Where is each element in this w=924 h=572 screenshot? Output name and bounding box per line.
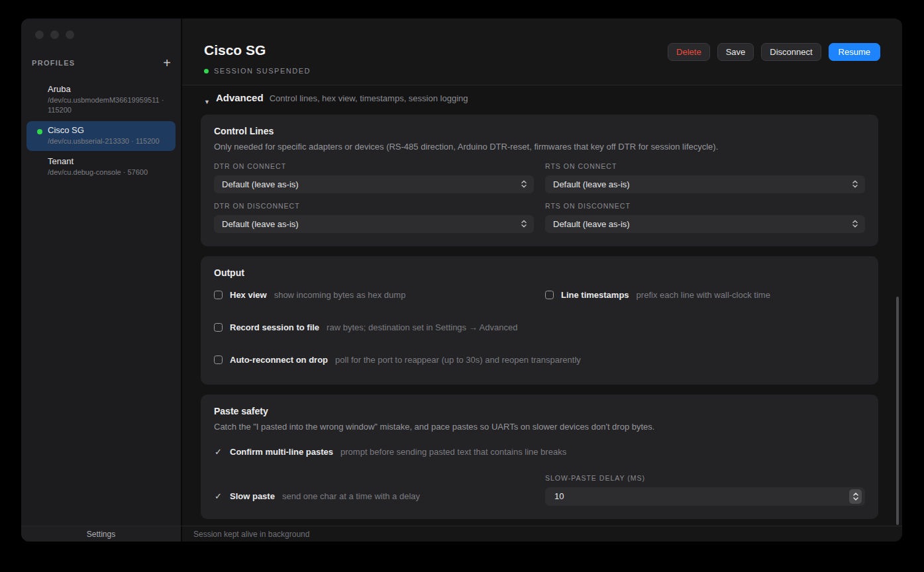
rts-on-connect-select[interactable]: Default (leave as-is) [545,175,865,193]
checkmark-icon[interactable]: ✓ [214,491,223,501]
rts-on-disconnect-select[interactable]: Default (leave as-is) [545,215,865,233]
delete-button[interactable]: Delete [668,43,710,61]
profile-item-cisco-sg[interactable]: Cisco SG /dev/cu.usbserial-213330 · 1152… [26,121,176,151]
rts-on-connect-label: RTS ON CONNECT [545,162,865,170]
select-value: Default (leave as-is) [553,179,852,189]
profile-item-aruba[interactable]: Aruba /dev/cu.usbmodemM36619959511 · 115… [26,80,176,120]
line-timestamps-toggle[interactable]: Line timestamps prefix each line with wa… [545,290,865,300]
minimize-window-icon[interactable] [50,30,59,39]
app-window: PROFILES + Aruba /dev/cu.usbmodemM366199… [21,19,902,542]
caret-down-icon: ▼ [204,99,210,105]
checkbox-unchecked-icon[interactable] [545,291,554,299]
control-lines-card: Control Lines Only needed for specific a… [201,115,878,246]
slow-paste-toggle[interactable]: ✓ Slow paste send one char at a time wit… [214,491,534,501]
toggle-hint: prefix each line with wall-clock time [637,290,770,300]
session-header: Cisco SG SESSION SUSPENDED Delete Save D… [182,19,902,85]
toggle-hint: send one char at a time with a delay [282,491,420,501]
checkmark-icon[interactable]: ✓ [214,447,223,457]
profile-path: /dev/cu.usbmodemM36619959511 · 115200 [48,95,169,115]
output-card: Output Hex view show incoming bytes as h… [201,256,878,385]
traffic-lights [21,19,181,39]
card-description: Only needed for specific adapters or dev… [214,141,865,154]
toggle-hint: show incoming bytes as hex dump [274,290,406,300]
status-bar: Settings Session kept alive in backgroun… [21,526,902,542]
dtr-on-connect-label: DTR ON CONNECT [214,162,534,170]
profile-item-tenant[interactable]: Tenant /dev/cu.debug-console · 57600 [26,152,176,182]
toggle-hint: prompt before sending pasted text that c… [340,447,566,457]
chevron-up-down-icon [521,219,527,228]
confirm-multiline-toggle[interactable]: ✓ Confirm multi-line pastes prompt befor… [214,447,865,457]
status-dot-icon [204,69,209,73]
slow-paste-delay-label: SLOW-PASTE DELAY (MS) [545,474,865,482]
card-title: Control Lines [214,126,865,136]
toggle-label: Slow paste [230,491,275,501]
chevron-up-down-icon [521,179,527,189]
toggle-hint: raw bytes; destination set in Settings →… [327,322,517,332]
settings-scroll-area: ▼ Advanced Control lines, hex view, time… [182,85,902,526]
settings-button[interactable]: Settings [87,530,115,539]
card-description: Catch the "I pasted into the wrong windo… [214,421,865,434]
sidebar: PROFILES + Aruba /dev/cu.usbmodemM366199… [21,19,182,526]
dtr-on-disconnect-label: DTR ON DISCONNECT [214,202,534,210]
save-button[interactable]: Save [717,43,754,61]
toggle-hint: poll for the port to reappear (up to 30s… [335,355,581,365]
profile-name: Cisco SG [48,125,169,135]
rts-on-disconnect-label: RTS ON DISCONNECT [545,202,865,210]
select-value: Default (leave as-is) [222,219,521,229]
advanced-section-label: Advanced [216,92,264,103]
delay-value: 10 [554,491,849,501]
record-session-toggle[interactable]: Record session to file raw bytes; destin… [214,322,865,332]
chevron-up-down-icon [852,219,858,228]
slow-paste-delay-stepper[interactable]: 10 [545,487,865,506]
toggle-label: Record session to file [230,322,319,332]
dtr-on-disconnect-select[interactable]: Default (leave as-is) [214,215,534,233]
toggle-label: Line timestamps [561,290,629,300]
select-value: Default (leave as-is) [222,179,521,189]
profile-list: Aruba /dev/cu.usbmodemM36619959511 · 115… [21,79,181,183]
advanced-section-toggle[interactable]: ▼ Advanced Control lines, hex view, time… [204,92,878,112]
card-title: Output [214,267,865,278]
toggle-label: Auto-reconnect on drop [230,355,328,365]
dtr-on-connect-select[interactable]: Default (leave as-is) [214,175,534,193]
main-panel: Cisco SG SESSION SUSPENDED Delete Save D… [182,19,902,526]
profile-path: /dev/cu.usbserial-213330 · 115200 [48,136,169,146]
resume-button[interactable]: Resume [829,43,880,61]
paste-safety-card: Paste safety Catch the "I pasted into th… [201,395,878,519]
add-profile-button[interactable]: + [163,57,171,69]
chevron-up-down-icon [852,179,858,189]
profile-name: Tenant [48,156,169,166]
stepper-up-down-icon[interactable] [849,489,862,504]
status-label: SESSION SUSPENDED [214,67,311,75]
profiles-heading: PROFILES [32,59,75,67]
toggle-label: Confirm multi-line pastes [230,447,333,457]
checkbox-unchecked-icon[interactable] [214,291,223,299]
session-status: SESSION SUSPENDED [204,67,311,75]
profile-name: Aruba [48,84,169,94]
toggle-label: Hex view [230,290,267,300]
background-session-status: Session kept alive in background [193,530,309,539]
scrollbar[interactable] [896,297,899,525]
select-value: Default (leave as-is) [553,219,852,229]
card-title: Paste safety [214,406,865,416]
checkbox-unchecked-icon[interactable] [214,356,223,364]
connected-dot-icon [37,129,42,134]
zoom-window-icon[interactable] [66,30,74,39]
disconnect-button[interactable]: Disconnect [761,43,821,61]
auto-reconnect-toggle[interactable]: Auto-reconnect on drop poll for the port… [214,355,865,365]
checkbox-unchecked-icon[interactable] [214,323,223,332]
page-title: Cisco SG [204,42,266,58]
close-window-icon[interactable] [35,30,44,39]
profile-path: /dev/cu.debug-console · 57600 [48,167,169,177]
hex-view-toggle[interactable]: Hex view show incoming bytes as hex dump [214,290,534,300]
advanced-section-summary: Control lines, hex view, timestamps, ses… [270,93,468,103]
